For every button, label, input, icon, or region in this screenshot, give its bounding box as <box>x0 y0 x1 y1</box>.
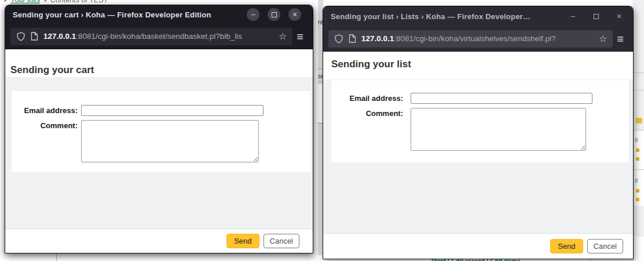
send-form: Email address: Comment: <box>12 91 310 172</box>
url-text: 127.0.0.1:8081/cgi-bin/koha/basket/sendb… <box>43 32 273 41</box>
page-icon[interactable] <box>31 32 38 41</box>
cancel-button[interactable]: Cancel <box>264 234 299 248</box>
shield-icon[interactable] <box>16 32 25 41</box>
send-button[interactable]: Send <box>226 234 259 248</box>
breadcrumb-separator: › <box>44 0 46 4</box>
table-border-fragment <box>56 253 57 261</box>
window-title: Sending your list › Lists › Koha — Firef… <box>323 12 568 21</box>
url-field[interactable]: 127.0.0.1:8081/cgi-bin/koha/basket/sendb… <box>10 28 292 45</box>
url-host: 127.0.0.1 <box>43 32 76 41</box>
breadcrumb: ›Your lists›Contents of TEST <box>2 0 108 4</box>
breadcrumb-current: Contents of TEST <box>50 0 108 4</box>
maximize-icon <box>272 12 277 17</box>
titlebar[interactable]: Sending your cart › Koha — Firefox Devel… <box>5 5 313 24</box>
maximize-button[interactable] <box>268 8 280 21</box>
firefox-window-cart: Sending your cart › Koha — Firefox Devel… <box>5 5 313 253</box>
star-rating-fragment <box>636 148 639 152</box>
url-toolbar: 127.0.0.1:8081/cgi-bin/koha/virtualshelv… <box>323 26 633 52</box>
star-rating-fragment <box>636 157 639 161</box>
url-host: 127.0.0.1 <box>361 34 394 43</box>
link-fragment: g <box>635 177 639 182</box>
breadcrumb-link-your-lists[interactable]: Your lists <box>10 0 40 4</box>
breadcrumb-chevron: › <box>4 0 6 4</box>
send-button[interactable]: Send <box>550 239 583 253</box>
close-icon: × <box>292 10 297 19</box>
comment-label: Comment: <box>331 109 403 118</box>
table-border-line <box>634 90 644 90</box>
minimize-button[interactable]: – <box>247 8 259 21</box>
maximize-button[interactable] <box>591 12 601 21</box>
menu-icon[interactable]: ≡ <box>613 33 628 45</box>
minimize-button[interactable]: – <box>568 12 577 21</box>
table-border-line <box>634 72 644 73</box>
url-path: :8081/cgi-bin/koha/basket/sendbasket.pl?… <box>76 32 242 41</box>
minimize-icon: – <box>251 10 255 18</box>
page-content: Sending your list Email address: Comment… <box>323 52 633 259</box>
window-title: Sending your cart › Koha — Firefox Devel… <box>5 10 247 19</box>
page-icon[interactable] <box>349 34 356 43</box>
close-icon: × <box>617 12 621 20</box>
close-button[interactable]: × <box>288 8 301 21</box>
maximize-icon <box>594 14 599 19</box>
table-row-fragment <box>634 237 644 261</box>
email-field[interactable] <box>81 105 264 116</box>
url-field[interactable]: 127.0.0.1:8081/cgi-bin/koha/virtualshelv… <box>328 30 613 48</box>
star-rating-fragment <box>636 189 639 193</box>
bookmark-star-icon[interactable]: ☆ <box>279 31 287 42</box>
star-rating-fragment <box>636 198 639 201</box>
comment-label: Comment: <box>12 121 78 130</box>
background-table-edge: g g <box>633 0 644 261</box>
page-title: Sending your list <box>331 59 411 70</box>
url-path: :8081/cgi-bin/koha/virtualshelves/sendsh… <box>394 34 555 43</box>
bookmark-star-icon[interactable]: ☆ <box>599 33 607 44</box>
form-footer: Send Cancel <box>5 229 313 253</box>
email-field[interactable] <box>411 93 592 104</box>
window-controls: – × <box>247 8 301 21</box>
firefox-window-list: Sending your list › Lists › Koha — Firef… <box>323 6 634 259</box>
titlebar[interactable]: Sending your list › Lists › Koha — Firef… <box>323 6 633 26</box>
shield-icon[interactable] <box>334 34 343 44</box>
comment-field[interactable] <box>81 120 259 162</box>
window-controls: – × <box>568 12 624 21</box>
form-footer: Send Cancel <box>323 233 633 259</box>
send-form: Email address: Comment: <box>331 80 629 162</box>
url-text: 127.0.0.1:8081/cgi-bin/koha/virtualshelv… <box>361 34 594 43</box>
cancel-button[interactable]: Cancel <box>587 239 623 253</box>
close-button[interactable]: × <box>614 12 624 21</box>
button-fragment <box>636 118 642 124</box>
url-toolbar: 127.0.0.1:8081/cgi-bin/koha/basket/sendb… <box>5 24 313 49</box>
email-label: Email address: <box>331 94 403 103</box>
page-content: Sending your cart Email address: Comment… <box>5 49 313 253</box>
table-border-line <box>634 169 644 170</box>
comment-field[interactable] <box>411 108 586 151</box>
menu-icon[interactable]: ≡ <box>292 31 308 42</box>
minimize-icon: – <box>570 12 575 20</box>
link-fragment: g <box>635 137 639 142</box>
email-label: Email address: <box>12 106 78 115</box>
page-title: Sending your cart <box>10 64 94 76</box>
